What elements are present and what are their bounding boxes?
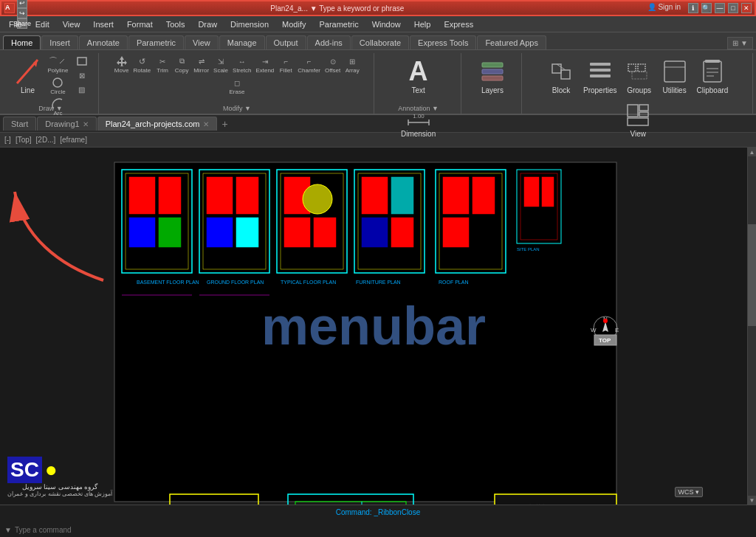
svg-rect-37 <box>159 177 181 214</box>
array-tool[interactable]: ⊞ Array <box>343 55 361 75</box>
view-2d[interactable]: [2D...] <box>36 136 56 144</box>
svg-rect-31 <box>628 118 648 125</box>
drawing-svg: BASEMENT FLOOR PLAN GROUND FLOOR PLAN TY… <box>0 148 747 505</box>
maximize-btn[interactable]: □ <box>728 3 738 13</box>
svg-rect-29 <box>639 105 648 111</box>
doc-tab-start[interactable]: Start <box>3 117 36 131</box>
offset-tool[interactable]: ⊙ Offset <box>323 55 342 75</box>
svg-rect-36 <box>129 177 155 214</box>
close-drawing1-btn[interactable]: ✕ <box>83 120 89 128</box>
tab-express[interactable]: Express Tools <box>410 35 476 49</box>
svg-rect-9 <box>482 63 503 67</box>
search-btn[interactable]: 🔍 <box>701 3 712 13</box>
tab-home[interactable]: Home <box>3 35 41 49</box>
scroll-track[interactable] <box>748 156 756 496</box>
vertical-scrollbar[interactable]: ▲ ▼ <box>747 148 756 505</box>
menu-help[interactable]: Help <box>408 18 437 30</box>
scroll-up-btn[interactable]: ▲ <box>748 148 756 156</box>
line-tool[interactable]: Line <box>10 55 44 97</box>
properties-tool[interactable]: Properties <box>580 55 621 97</box>
groups-tool[interactable]: Groups <box>622 55 656 97</box>
undo-quick-btn[interactable]: ↩ <box>17 0 27 8</box>
circle-tool[interactable]: Circle <box>46 76 69 96</box>
title-bar: A 💾 ↩ ↪ Share Plan24_a... ▼ Type a keywo… <box>0 0 756 16</box>
tab-output[interactable]: Output <box>266 35 306 49</box>
copy-icon: ⧉ <box>174 55 189 67</box>
tab-addins[interactable]: Add-ins <box>307 35 351 49</box>
block-tool[interactable]: Block <box>544 55 578 97</box>
view-top[interactable]: [Top] <box>16 136 32 144</box>
svg-text:TOP: TOP <box>599 337 611 344</box>
svg-rect-45 <box>236 218 258 247</box>
menu-insert[interactable]: Insert <box>87 18 120 30</box>
hatch-tool[interactable]: ⊠ <box>73 69 91 82</box>
tab-manage[interactable]: Manage <box>219 35 265 49</box>
fillet-tool[interactable]: ⌐ Fillet <box>277 55 295 75</box>
svg-rect-21 <box>664 61 685 82</box>
block-label: Block <box>552 86 570 94</box>
command-input[interactable] <box>15 526 752 534</box>
tab-collaborate[interactable]: Collaborate <box>351 35 409 49</box>
menu-file[interactable]: File <box>3 18 28 30</box>
view-frame[interactable]: [eframe] <box>60 136 87 144</box>
offset-icon: ⊙ <box>326 55 340 67</box>
erase-icon: ◻ <box>230 77 244 89</box>
wcs-badge[interactable]: WCS ▾ <box>675 487 704 497</box>
menu-draw[interactable]: Draw <box>192 18 223 30</box>
redo-quick-btn[interactable]: ↪ <box>17 8 27 18</box>
close-plan24-btn[interactable]: ✕ <box>203 120 209 128</box>
scroll-down-btn[interactable]: ▼ <box>748 496 756 505</box>
close-btn[interactable]: ✕ <box>741 3 752 13</box>
menu-format[interactable]: Format <box>121 18 159 30</box>
menu-dimension[interactable]: Dimension <box>224 18 275 30</box>
modify-tools: Move ↺ Rotate ✂ Trim ⧉ Copy ⇌ Mirror ⇲ S… <box>105 53 369 96</box>
menu-window[interactable]: Window <box>366 18 407 30</box>
workspace-switcher[interactable]: ⊞ ▼ <box>727 37 753 49</box>
sign-in-btn[interactable]: 👤 Sign in <box>647 3 681 13</box>
svg-marker-4 <box>117 56 127 66</box>
view-minus[interactable]: [-] <box>4 136 11 144</box>
clipboard-icon <box>699 57 726 86</box>
gradient-tool[interactable]: ▨ <box>73 83 91 96</box>
menu-modify[interactable]: Modify <box>276 18 312 30</box>
extend-tool[interactable]: ⇥ Extend <box>254 55 275 75</box>
erase-tool[interactable]: ◻ Erase <box>227 76 246 96</box>
trim-tool[interactable]: ✂ Trim <box>154 55 171 75</box>
stretch-tool[interactable]: ↔ Stretch <box>231 55 252 75</box>
rotate-tool[interactable]: ↺ Rotate <box>132 55 153 75</box>
menu-parametric[interactable]: Parametric <box>313 18 364 30</box>
svg-rect-103 <box>495 494 616 505</box>
chamfer-tool[interactable]: ⌐ Chamfer <box>296 55 322 75</box>
polyline-tool[interactable]: ⌒⟋ Polyline <box>46 55 69 75</box>
info-btn[interactable]: ℹ <box>688 3 698 13</box>
mirror-tool[interactable]: ⇌ Mirror <box>192 55 210 75</box>
menu-edit[interactable]: Edit <box>30 18 55 30</box>
utilities-tool[interactable]: Utilities <box>658 55 692 97</box>
scale-tool[interactable]: ⇲ Scale <box>212 55 230 75</box>
doc-tab-plan24[interactable]: Plan24_arch-projects.com ✕ <box>97 117 217 131</box>
canvas-area[interactable]: BASEMENT FLOOR PLAN GROUND FLOOR PLAN TY… <box>0 148 747 505</box>
menu-view[interactable]: View <box>57 18 86 30</box>
clipboard-tool[interactable]: Clipboard <box>693 55 732 97</box>
tab-parametric[interactable]: Parametric <box>128 35 184 49</box>
rectangle-tool[interactable] <box>73 55 91 68</box>
move-tool[interactable]: Move <box>113 55 131 75</box>
svg-rect-13 <box>561 70 570 79</box>
text-tool[interactable]: A Text <box>402 55 436 97</box>
scroll-thumb[interactable] <box>748 224 756 326</box>
menu-tools[interactable]: Tools <box>160 18 191 30</box>
minimize-btn[interactable]: — <box>715 3 725 13</box>
doc-tab-drawing1[interactable]: Drawing1 ✕ <box>37 117 96 131</box>
tab-insert[interactable]: Insert <box>41 35 78 49</box>
view-tool[interactable]: View <box>621 98 655 140</box>
circle-icon-sm <box>50 77 65 89</box>
copy-tool[interactable]: ⧉ Copy <box>173 55 190 75</box>
layers-tool[interactable]: Layers <box>475 55 509 97</box>
watermark-line2: آموزش های تخصصی نقشه برداری و عمران <box>7 491 112 497</box>
new-tab-btn[interactable]: + <box>218 116 233 132</box>
app-icon[interactable]: A <box>4 3 15 13</box>
tab-annotate[interactable]: Annotate <box>79 35 128 49</box>
menu-express[interactable]: Express <box>438 18 479 30</box>
tab-view[interactable]: View <box>185 35 219 49</box>
tab-featured[interactable]: Featured Apps <box>477 35 546 49</box>
